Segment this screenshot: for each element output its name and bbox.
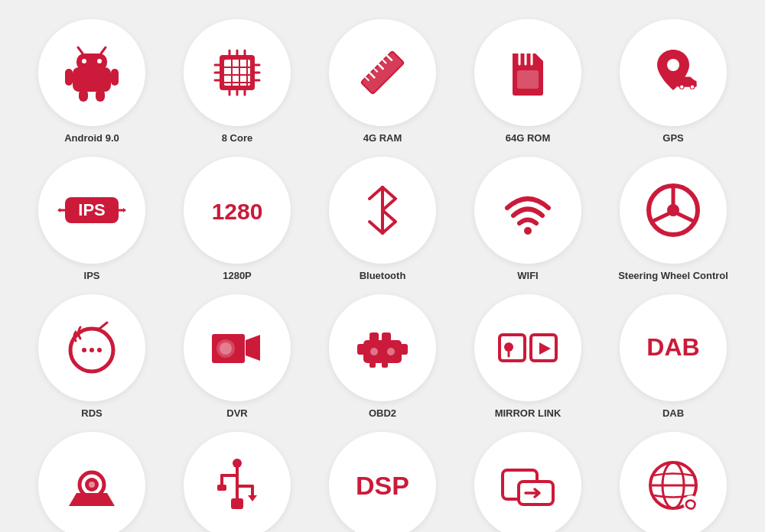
mirrorlink-label: MIRROR LINK [495, 407, 562, 420]
dsp-icon-circle: DSP [329, 432, 436, 532]
rds-icon-circle [38, 294, 145, 401]
cell-bluetooth: Bluetooth [314, 153, 451, 283]
svg-line-5 [101, 47, 106, 54]
svg-marker-67 [246, 335, 260, 361]
android-icon [57, 38, 126, 107]
wifi-icon-circle [474, 157, 581, 264]
svg-line-4 [78, 47, 83, 54]
obd2-icon [348, 313, 417, 382]
cell-rearcam: Rear View Camera [23, 428, 161, 532]
dab-icon-circle: DAB [620, 294, 727, 401]
gps-label: GPS [662, 132, 683, 145]
svg-text:IPS: IPS [78, 200, 105, 219]
svg-marker-51 [123, 208, 126, 212]
dvr-icon-circle [184, 294, 291, 401]
svg-marker-80 [539, 342, 551, 355]
obd2-label: OBD2 [369, 407, 396, 420]
svg-point-42 [667, 59, 679, 71]
cell-mirrorlink: MIRROR LINK [459, 290, 597, 420]
dvr-icon [203, 313, 272, 382]
cell-ips: IPS IPS [23, 153, 161, 283]
cell-android: Android 9.0 [23, 15, 161, 145]
dsp-icon: DSP [348, 451, 417, 520]
bluetooth-icon-circle [329, 157, 436, 264]
svg-point-62 [97, 348, 102, 352]
multiwindows-icon-circle [474, 432, 581, 532]
svg-rect-11 [224, 60, 250, 86]
steering-icon [639, 176, 708, 245]
svg-point-45 [690, 85, 695, 89]
core-label: 8 Core [222, 132, 252, 145]
rearcam-icon [57, 451, 126, 520]
cell-core: 8 Core [168, 15, 306, 145]
svg-point-84 [89, 482, 95, 488]
cell-rom: 64G ROM [459, 15, 597, 145]
4gnetwork-icon-circle [620, 432, 727, 532]
ram-icon-circle [329, 19, 436, 126]
1280p-icon: 1280 [203, 176, 272, 245]
core-icon-circle [184, 19, 291, 126]
android-icon-circle [38, 19, 145, 126]
svg-rect-6 [65, 69, 73, 86]
cell-obd2: OBD2 [314, 290, 451, 420]
cell-rds: RDS [23, 290, 161, 420]
1280p-label: 1280P [223, 270, 252, 283]
ram-icon [348, 38, 417, 107]
rearcam-icon-circle [38, 432, 145, 532]
svg-point-3 [97, 59, 102, 63]
svg-rect-1 [76, 54, 107, 70]
svg-rect-31 [362, 52, 403, 93]
svg-line-58 [679, 214, 695, 222]
wifi-label: WIFI [517, 270, 538, 283]
svg-rect-70 [382, 332, 391, 342]
svg-point-60 [82, 348, 86, 352]
svg-point-61 [90, 348, 94, 352]
dab-icon: DAB [639, 313, 708, 382]
multiwindows-icon [493, 451, 562, 520]
dvr-label: DVR [226, 407, 247, 420]
svg-point-44 [680, 85, 685, 89]
cell-1280p: 1280 1280P [168, 153, 306, 283]
obd2-icon-circle [329, 294, 436, 401]
svg-rect-75 [369, 362, 376, 368]
svg-rect-76 [382, 362, 388, 368]
svg-rect-41 [517, 70, 539, 89]
svg-line-57 [652, 214, 668, 222]
ips-icon: IPS [57, 176, 126, 245]
svg-rect-93 [231, 498, 243, 509]
svg-rect-68 [363, 340, 402, 363]
svg-point-53 [524, 227, 532, 235]
rom-label: 64G ROM [506, 132, 551, 145]
cell-dvr: DVR [168, 290, 306, 420]
steering-icon-circle [620, 157, 727, 264]
svg-point-74 [387, 348, 395, 355]
svg-rect-71 [357, 344, 365, 355]
svg-rect-8 [79, 89, 88, 102]
mirrorlink-icon-circle [474, 294, 581, 401]
rds-icon [57, 313, 126, 382]
svg-text:1280: 1280 [212, 199, 263, 224]
svg-point-66 [220, 342, 232, 355]
cell-wifi: WIFI [459, 153, 597, 283]
cell-4gnetwork: 4G network [604, 428, 742, 532]
cell-ram: 4G RAM [314, 15, 451, 145]
core-icon [203, 38, 272, 107]
android-label: Android 9.0 [64, 132, 119, 145]
svg-point-86 [233, 459, 242, 468]
rom-icon-circle [474, 19, 581, 126]
ram-label: 4G RAM [363, 132, 402, 145]
svg-rect-72 [400, 344, 408, 355]
cell-multiwindows: MUITI-WINDOWS [459, 428, 597, 532]
1280p-icon-circle: 1280 [184, 157, 291, 264]
cell-usb: USB [168, 428, 306, 532]
svg-marker-92 [248, 495, 257, 501]
svg-line-63 [99, 323, 107, 329]
dab-label: DAB [662, 407, 684, 420]
svg-text:DAB: DAB [646, 333, 699, 361]
svg-marker-50 [57, 208, 60, 212]
cell-steering: Steering Wheel Control [604, 153, 742, 283]
gps-icon [639, 38, 708, 107]
svg-rect-9 [96, 89, 105, 102]
wifi-icon [493, 176, 562, 245]
svg-point-73 [370, 348, 378, 355]
